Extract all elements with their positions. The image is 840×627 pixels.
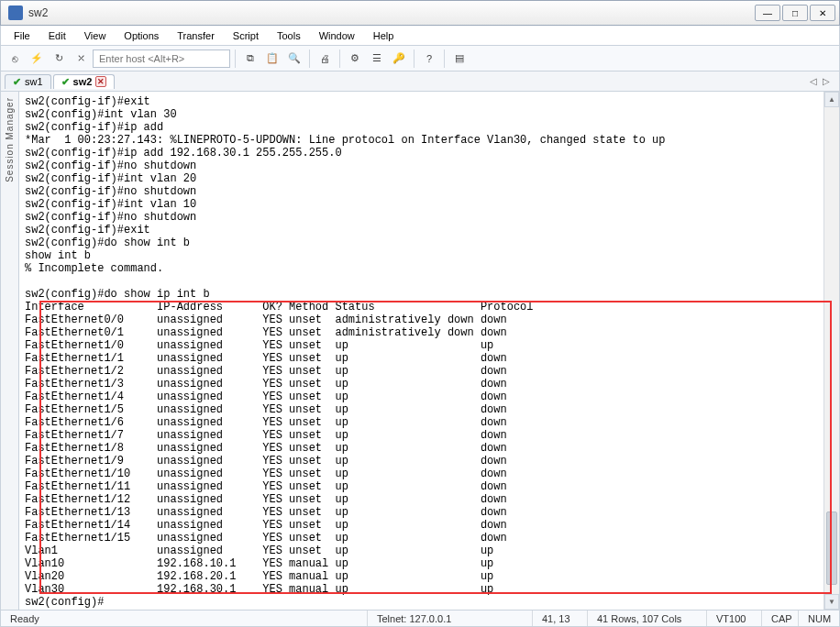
session-options-icon[interactable]: ☰ (367, 49, 387, 69)
options-icon[interactable]: ⚙ (345, 49, 365, 69)
session-manager-label: Session Manager (5, 97, 15, 182)
maximize-button[interactable]: □ (782, 5, 808, 21)
connected-check-icon: ✔ (61, 76, 70, 88)
status-connection: Telnet: 127.0.0.1 (368, 610, 533, 626)
tab-bar: ✔ sw1 ✔ sw2 ✕ ◁ ▷ (0, 72, 840, 92)
scroll-thumb[interactable] (826, 512, 837, 585)
minimize-button[interactable]: — (755, 5, 780, 21)
terminal-wrap: sw2(config-if)#exit sw2(config)#int vlan… (19, 92, 839, 610)
status-num: NUM (799, 610, 839, 626)
print-icon[interactable]: 🖨 (315, 49, 335, 69)
find-icon[interactable]: 🔍 (284, 49, 304, 69)
host-input[interactable] (93, 50, 230, 68)
connected-check-icon: ✔ (13, 76, 21, 88)
window-title: sw2 (28, 6, 755, 19)
reconnect-icon[interactable]: ↻ (49, 49, 69, 69)
menubar: File Edit View Options Transfer Script T… (0, 26, 840, 46)
tab-label: sw1 (25, 76, 43, 87)
menu-script[interactable]: Script (226, 28, 266, 43)
tab-close-icon[interactable]: ✕ (95, 76, 106, 87)
tab-next-icon[interactable]: ▷ (823, 76, 830, 86)
quick-connect-icon[interactable]: ⚡ (27, 49, 47, 69)
help-icon[interactable]: ? (419, 49, 439, 69)
scrollbar[interactable]: ▲ ▼ (823, 92, 839, 610)
menu-window[interactable]: Window (312, 28, 362, 43)
paste-icon[interactable]: 📋 (262, 49, 282, 69)
disconnect-icon[interactable]: ⤫ (71, 49, 91, 69)
connect-icon[interactable]: ⎋ (5, 49, 25, 69)
scroll-track[interactable] (824, 107, 839, 594)
menu-help[interactable]: Help (366, 28, 402, 43)
titlebar: sw2 — □ ✕ (0, 0, 840, 26)
status-size: 41 Rows, 107 Cols (588, 610, 707, 626)
session-manager-panel[interactable]: Session Manager (1, 92, 19, 610)
tab-sw1[interactable]: ✔ sw1 (5, 74, 51, 89)
status-cursor: 41, 13 (533, 610, 588, 626)
copy-icon[interactable]: ⧉ (240, 49, 260, 69)
menu-view[interactable]: View (77, 28, 114, 43)
menu-tools[interactable]: Tools (270, 28, 308, 43)
key-icon[interactable]: 🔑 (389, 49, 409, 69)
status-emulation: VT100 (707, 610, 762, 626)
status-cap: CAP (762, 610, 799, 626)
close-button[interactable]: ✕ (810, 5, 835, 21)
main-area: Session Manager sw2(config-if)#exit sw2(… (0, 92, 840, 610)
statusbar: Ready Telnet: 127.0.0.1 41, 13 41 Rows, … (0, 610, 840, 627)
tab-prev-icon[interactable]: ◁ (810, 76, 817, 86)
script-icon[interactable]: ▤ (449, 49, 470, 69)
menu-file[interactable]: File (6, 28, 38, 43)
tab-sw2[interactable]: ✔ sw2 ✕ (53, 74, 116, 89)
terminal-output[interactable]: sw2(config-if)#exit sw2(config)#int vlan… (19, 92, 839, 610)
status-ready: Ready (1, 610, 368, 626)
menu-transfer[interactable]: Transfer (170, 28, 222, 43)
menu-options[interactable]: Options (116, 28, 166, 43)
scroll-down-icon[interactable]: ▼ (824, 594, 839, 610)
scroll-up-icon[interactable]: ▲ (824, 92, 839, 107)
menu-edit[interactable]: Edit (41, 28, 73, 43)
app-icon (8, 6, 23, 20)
toolbar: ⎋ ⚡ ↻ ⤫ ⧉ 📋 🔍 🖨 ⚙ ☰ 🔑 ? ▤ (0, 46, 840, 72)
tab-label: sw2 (73, 76, 93, 87)
